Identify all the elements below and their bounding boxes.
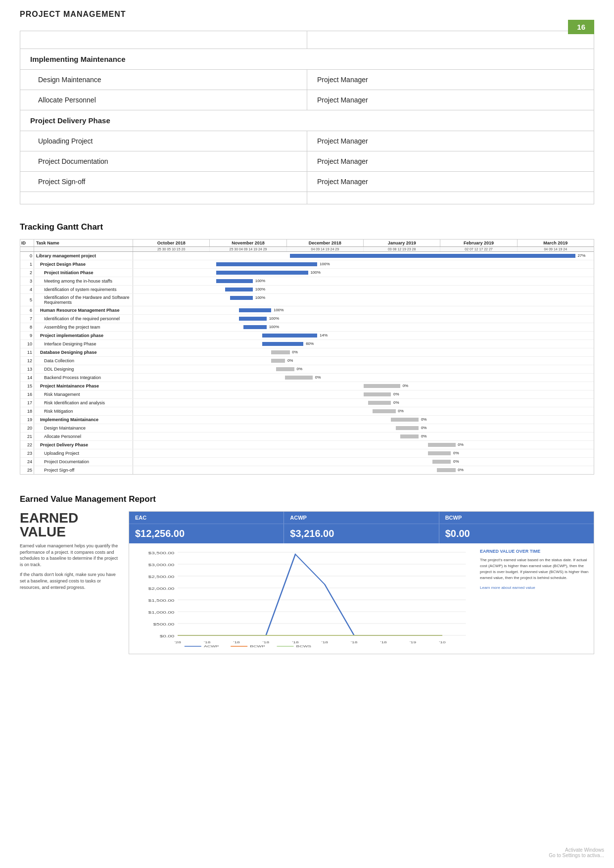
gantt-row-name: Implementing Maintainance xyxy=(34,416,133,424)
gantt-row-name: Project Maintainance Phase xyxy=(34,382,133,390)
gantt-row-chart: 0% xyxy=(133,416,594,424)
gantt-section: Tracking Gantt Chart ID Task Name Octobe… xyxy=(20,222,594,475)
evm-right-panel: EAC ACWP BCWP $12,256.00 $3,216.00 $0.00 xyxy=(129,511,594,654)
gantt-bar xyxy=(216,262,318,266)
gantt-bar xyxy=(230,296,253,300)
svg-text:'19: '19 xyxy=(410,640,417,644)
svg-text:'18: '18 xyxy=(263,640,270,644)
gantt-bar-label: 0% xyxy=(287,358,293,363)
gantt-row: 1Project Design Phase100% xyxy=(20,260,594,269)
gantt-bar-label: 100% xyxy=(269,325,279,329)
gantt-row-name: Database Designing phase xyxy=(34,348,133,356)
gantt-row-chart: 0% xyxy=(133,390,594,398)
evm-big-title: EARNED VALUE xyxy=(20,511,119,539)
gantt-bar-label: 0% xyxy=(398,409,404,413)
gantt-row: 14Backend Process Integration0% xyxy=(20,374,594,382)
gantt-row-id: 13 xyxy=(20,365,34,373)
gantt-row-id: 17 xyxy=(20,399,34,407)
main-responsibility-table: Implementing Maintenance Design Maintena… xyxy=(20,31,594,204)
svg-text:'18: '18 xyxy=(322,640,329,644)
gantt-bar xyxy=(243,325,267,329)
gantt-bar xyxy=(290,254,575,258)
gantt-row-name: Project Initiation Phase xyxy=(34,269,133,277)
gantt-row: 13DDL Designing0% xyxy=(20,365,594,374)
gantt-bar-label: 0% xyxy=(403,384,409,388)
evm-chart-area: $3,500.00 $3,000.00 $2,500.00 $2,000.00 … xyxy=(134,548,470,649)
gantt-row-name: Assembling the project team xyxy=(34,323,133,331)
evm-bottom: $3,500.00 $3,000.00 $2,500.00 $2,000.00 … xyxy=(129,543,594,654)
gantt-bar xyxy=(276,367,294,371)
gantt-row-chart: 27% xyxy=(133,252,594,260)
gantt-bar-label: 100% xyxy=(269,316,279,321)
gantt-bar xyxy=(216,271,308,275)
svg-text:$2,000.00: $2,000.00 xyxy=(148,587,175,591)
gantt-name-header: Task Name xyxy=(34,240,133,246)
gantt-row-chart: 0% xyxy=(133,407,594,415)
gantt-bar xyxy=(262,342,304,346)
svg-text:ACWP: ACWP xyxy=(204,644,219,647)
evm-values-row: $12,256.00 $3,216.00 $0.00 xyxy=(129,524,594,543)
gantt-row-id: 18 xyxy=(20,407,34,415)
evm-eac-label: EAC xyxy=(129,512,284,524)
gantt-row-chart: 0% xyxy=(133,449,594,457)
gantt-row: 25Project Sign-off0% xyxy=(20,466,594,474)
gantt-row-name: Design Maintainance xyxy=(34,424,133,432)
gantt-row-name: Project implementation phase xyxy=(34,332,133,339)
gantt-chart: ID Task Name October 2018 November 2018 … xyxy=(20,239,594,475)
svg-text:'18: '18 xyxy=(292,640,299,644)
gantt-row: 11Database Designing phase0% xyxy=(20,348,594,357)
gantt-row-name: Uploading Project xyxy=(34,449,133,457)
section-project-delivery-phase: Project Delivery Phase xyxy=(20,110,594,131)
gantt-row-id: 8 xyxy=(20,323,34,331)
table-row: Project Documentation Project Manager xyxy=(20,151,594,172)
evm-info-area: EARNED VALUE OVER TIME The project's ear… xyxy=(480,548,589,649)
evm-acwp-value: $3,216.00 xyxy=(284,524,439,543)
section-implementing-maintenance: Implementing Maintenance xyxy=(20,49,594,70)
gantt-row: 17Risk Identification and analysis0% xyxy=(20,399,594,407)
gantt-row: 6Human Resource Management Phase100% xyxy=(20,306,594,315)
gantt-bar xyxy=(428,443,456,447)
svg-text:$0.00: $0.00 xyxy=(160,634,175,638)
gantt-row-name: Identification of the required personnel xyxy=(34,315,133,323)
gantt-row-chart: 100% xyxy=(133,269,594,277)
windows-watermark: Activate Windows Go to Settings to activ… xyxy=(549,847,604,858)
gantt-bar-label: 100% xyxy=(255,279,265,283)
gantt-bar xyxy=(271,350,289,354)
gantt-row: 24Project Documentation0% xyxy=(20,458,594,466)
page-number: 16 xyxy=(568,20,594,34)
gantt-bar xyxy=(239,317,267,321)
gantt-row-chart: 0% xyxy=(133,441,594,449)
gantt-row-id: 3 xyxy=(20,277,34,285)
gantt-bar xyxy=(437,468,455,472)
gantt-row-chart: 100% xyxy=(133,286,594,293)
gantt-row-chart: 100% xyxy=(133,323,594,331)
svg-text:$1,000.00: $1,000.00 xyxy=(148,611,175,615)
gantt-row-chart: 0% xyxy=(133,399,594,407)
gantt-bar-label: 100% xyxy=(255,295,265,300)
gantt-row-name: Project Documentation xyxy=(34,458,133,466)
gantt-dates: 25 30 05 10 15 20 25 30 04 09 14 19 24 2… xyxy=(133,247,594,251)
table-row: Design Maintenance Project Manager xyxy=(20,70,594,90)
gantt-bar-label: 0% xyxy=(315,375,321,380)
gantt-bar xyxy=(364,384,400,388)
gantt-row-name: Risk Mitigation xyxy=(34,407,133,415)
gantt-row-id: 21 xyxy=(20,433,34,440)
evm-bcwp-label: BCWP xyxy=(439,512,594,524)
svg-text:'18: '18 xyxy=(380,640,387,644)
gantt-row-chart: 14% xyxy=(133,332,594,339)
gantt-row: 19Implementing Maintainance0% xyxy=(20,416,594,424)
svg-text:$1,500.00: $1,500.00 xyxy=(148,599,175,603)
svg-text:'18: '18 xyxy=(233,640,240,644)
gantt-row-name: Project Design Phase xyxy=(34,260,133,268)
gantt-bar-label: 0% xyxy=(297,367,303,371)
gantt-row-id: 2 xyxy=(20,269,34,277)
svg-text:$2,500.00: $2,500.00 xyxy=(148,575,175,579)
gantt-row-id: 16 xyxy=(20,390,34,398)
evm-section: Earned Value Management Report EARNED VA… xyxy=(20,494,594,654)
gantt-row-id: 4 xyxy=(20,286,34,293)
gantt-bar-label: 100% xyxy=(274,308,283,312)
evm-info-link[interactable]: Learn more about earned value xyxy=(480,585,589,591)
evm-desc2: If the charts don't look right, make sur… xyxy=(20,572,119,590)
gantt-bar xyxy=(225,288,253,291)
svg-text:BCWP: BCWP xyxy=(250,644,265,647)
